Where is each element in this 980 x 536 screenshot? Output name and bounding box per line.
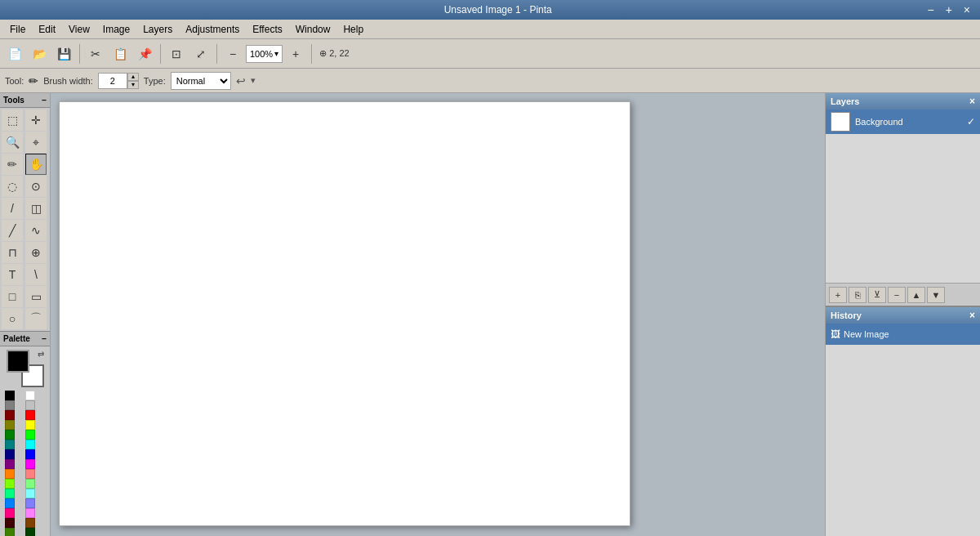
save-button[interactable]: 💾: [52, 42, 75, 65]
palette-color-swatch[interactable]: [25, 498, 35, 508]
type-select[interactable]: Normal Overwrite Dodge Burn: [171, 72, 231, 90]
menu-item-effects[interactable]: Effects: [246, 22, 288, 37]
bezier-tool[interactable]: ∿: [25, 220, 47, 241]
pencil-tool[interactable]: ✏: [2, 154, 23, 175]
zoom-tool[interactable]: 🔍: [2, 132, 23, 153]
palette-color-swatch[interactable]: [5, 479, 15, 489]
layer-thumbnail: [831, 112, 850, 132]
zoom-control[interactable]: 100% ▾: [246, 45, 283, 63]
open-button[interactable]: 📂: [28, 42, 51, 65]
palette-color-swatch[interactable]: [25, 469, 35, 479]
move-tool[interactable]: ✛: [25, 109, 47, 131]
palette-color-swatch[interactable]: [5, 518, 15, 528]
zoom-in-button[interactable]: +: [284, 42, 307, 65]
lasso-tool[interactable]: ⊙: [25, 176, 47, 197]
zoom-dropdown-icon[interactable]: ▾: [274, 49, 278, 58]
menu-item-layers[interactable]: Layers: [136, 22, 179, 37]
palette-panel-collapse[interactable]: −: [42, 334, 47, 343]
brush-width-down[interactable]: ▾: [127, 81, 139, 89]
round-rect-tool[interactable]: ▭: [25, 286, 47, 307]
fill-tool[interactable]: ⊓: [2, 242, 23, 263]
paintbrush-tool[interactable]: /: [2, 198, 23, 219]
layer-visible-icon[interactable]: ✓: [967, 116, 975, 127]
foreground-color-swatch[interactable]: [7, 350, 29, 373]
swap-colors-icon[interactable]: ⇄: [38, 350, 44, 359]
move-layer-up-button[interactable]: ▲: [907, 287, 925, 303]
path-tool[interactable]: \: [25, 264, 47, 285]
magic-wand-tool[interactable]: ⌖: [25, 132, 47, 153]
close-button[interactable]: ×: [960, 3, 973, 16]
palette-color-swatch[interactable]: [25, 459, 35, 469]
canvas[interactable]: [59, 101, 630, 526]
ellipse-shape-tool[interactable]: ○: [2, 308, 23, 329]
palette-color-swatch[interactable]: [5, 449, 15, 459]
palette-color-swatch[interactable]: [5, 440, 15, 449]
history-item[interactable]: 🖼 New Image: [826, 324, 980, 345]
freeform-tool[interactable]: ⌒: [25, 308, 47, 329]
palette-color-swatch[interactable]: [5, 410, 15, 420]
palette-color-swatch[interactable]: [25, 440, 35, 449]
text-tool[interactable]: T: [2, 264, 23, 285]
crop-button[interactable]: ⊡: [165, 42, 188, 65]
select-rect-tool[interactable]: ⬚: [2, 109, 23, 131]
menu-item-adjustments[interactable]: Adjustments: [179, 22, 246, 37]
rect-shape-tool[interactable]: □: [2, 286, 23, 307]
layer-item[interactable]: Background ✓: [826, 109, 980, 134]
maximize-button[interactable]: +: [942, 3, 956, 16]
duplicate-layer-button[interactable]: ⎘: [849, 287, 866, 303]
menu-item-help[interactable]: Help: [336, 22, 370, 37]
canvas-area[interactable]: [51, 93, 825, 536]
palette-color-swatch[interactable]: [25, 410, 35, 420]
minimize-button[interactable]: −: [924, 3, 937, 16]
cut-button[interactable]: ✂: [84, 42, 107, 65]
palette-color-swatch[interactable]: [5, 469, 15, 479]
menu-item-view[interactable]: View: [62, 22, 96, 37]
palette-color-swatch[interactable]: [25, 528, 35, 536]
palette-color-swatch[interactable]: [25, 508, 35, 518]
menu-item-file[interactable]: File: [3, 22, 32, 37]
copy-button[interactable]: 📋: [109, 42, 131, 65]
palette-color-swatch[interactable]: [5, 420, 15, 430]
eraser-tool[interactable]: ◫: [25, 198, 47, 219]
palette-color-swatch[interactable]: [25, 430, 35, 440]
history-close-button[interactable]: ×: [969, 310, 975, 321]
new-button[interactable]: 📄: [3, 42, 26, 65]
curve-options-icon[interactable]: ▾: [251, 75, 256, 86]
palette-color-swatch[interactable]: [5, 430, 15, 440]
palette-color-swatch[interactable]: [5, 528, 15, 536]
color-pick-tool[interactable]: ⊕: [25, 242, 47, 263]
palette-color-swatch[interactable]: [25, 479, 35, 489]
brush-width-input[interactable]: 2: [98, 73, 127, 89]
move-layer-down-button[interactable]: ▼: [927, 287, 945, 303]
palette-color-swatch[interactable]: [5, 459, 15, 469]
paste-button[interactable]: 📌: [133, 42, 156, 65]
delete-layer-button[interactable]: −: [888, 287, 906, 303]
hand-tool[interactable]: ✋: [25, 154, 47, 175]
palette-color-swatch[interactable]: [25, 489, 35, 498]
palette-color-swatch[interactable]: [5, 391, 15, 400]
resize-button[interactable]: ⤢: [189, 42, 212, 65]
line-tool[interactable]: ╱: [2, 220, 23, 241]
menu-item-image[interactable]: Image: [96, 22, 136, 37]
tools-panel-collapse[interactable]: −: [42, 96, 47, 105]
zoom-out-button[interactable]: −: [221, 42, 244, 65]
merge-layer-button[interactable]: ⊻: [868, 287, 886, 303]
palette-color-swatch[interactable]: [25, 420, 35, 430]
window-controls: − + ×: [924, 3, 973, 16]
layers-close-button[interactable]: ×: [969, 96, 975, 107]
menu-item-edit[interactable]: Edit: [32, 22, 62, 37]
window-title: Unsaved Image 1 - Pinta: [72, 4, 924, 16]
palette-color-swatch[interactable]: [25, 449, 35, 459]
add-layer-button[interactable]: +: [829, 287, 847, 303]
curve-tool-icon[interactable]: ↩: [236, 74, 246, 87]
palette-color-swatch[interactable]: [25, 518, 35, 528]
menu-item-window[interactable]: Window: [289, 22, 337, 37]
palette-color-swatch[interactable]: [25, 391, 35, 400]
brush-width-up[interactable]: ▴: [127, 73, 139, 81]
ellipse-select-tool[interactable]: ◌: [2, 176, 23, 197]
palette-color-swatch[interactable]: [5, 498, 15, 508]
palette-color-swatch[interactable]: [25, 400, 35, 410]
palette-color-swatch[interactable]: [5, 400, 15, 410]
palette-color-swatch[interactable]: [5, 508, 15, 518]
palette-color-swatch[interactable]: [5, 489, 15, 498]
